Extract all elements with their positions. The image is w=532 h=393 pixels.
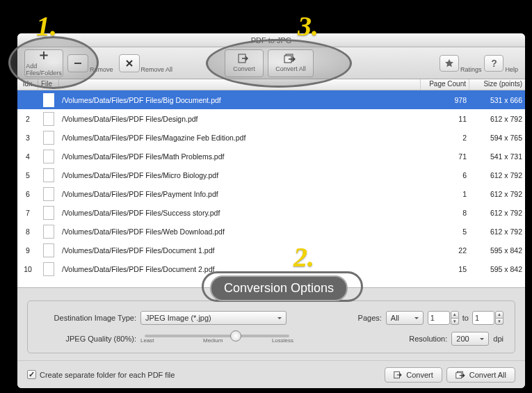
row-size: 595 x 842 [469, 246, 525, 255]
footer-convert-button[interactable]: Convert [385, 367, 442, 383]
options-panel: Destination Image Type: JPEG Image (*.jp… [17, 287, 525, 360]
row-size: 612 x 792 [469, 115, 525, 123]
convert-all-icon [284, 54, 298, 63]
remove-button[interactable] [67, 54, 88, 72]
help-button[interactable]: ? [484, 55, 503, 72]
table-row[interactable]: 10/Volumes/Data/Files/PDF Files/Document… [17, 259, 525, 278]
row-path: /Volumes/Data/Files/PDF Files/Design.pdf [59, 115, 421, 123]
row-path: /Volumes/Data/Files/PDF Files/Magazine F… [59, 134, 421, 142]
pages-to-input[interactable]: 1 [472, 311, 494, 325]
table-row[interactable]: 5/Volumes/Data/Files/PDF Files/Micro Bio… [17, 166, 525, 184]
row-path: /Volumes/Data/Files/PDF Files/Payment In… [59, 190, 421, 198]
convert-button[interactable]: Convert [225, 49, 264, 77]
add-files-button[interactable]: Add Files/Folders [24, 49, 63, 77]
row-index: 9 [17, 246, 38, 255]
row-index: 2 [17, 115, 38, 123]
resolution-unit: dpi [493, 335, 503, 343]
table-row[interactable]: /Volumes/Data/Files/PDF Files/Big Docume… [17, 90, 525, 109]
convert-label: Convert [233, 65, 255, 72]
row-thumbnail [38, 131, 59, 145]
titlebar: PDF to JPG [17, 33, 525, 47]
separate-folder-label: Create separate folder for each PDF file [40, 371, 175, 379]
row-size: 541 x 731 [469, 152, 525, 161]
row-pages: 15 [421, 265, 469, 273]
resolution-label: Resolution: [409, 335, 447, 343]
row-thumbnail [38, 206, 59, 220]
row-pages: 8 [421, 209, 469, 217]
row-size: 612 x 792 [469, 190, 525, 198]
row-size: 612 x 792 [469, 209, 525, 217]
table-row[interactable]: 6/Volumes/Data/Files/PDF Files/Payment I… [17, 184, 525, 203]
footer-convert-all-button[interactable]: Convert All [446, 367, 515, 383]
row-thumbnail [38, 112, 59, 126]
table-header: Idx File Page Count Size (points) [17, 79, 525, 90]
ratings-button[interactable] [440, 55, 459, 72]
pages-to-stepper[interactable]: ▲▼ [495, 311, 503, 325]
convert-icon [238, 54, 250, 63]
row-pages: 22 [421, 246, 469, 255]
row-pages: 11 [421, 115, 469, 123]
x-icon [125, 59, 134, 67]
convert-all-button[interactable]: Convert All [268, 49, 314, 77]
row-thumbnail [38, 243, 59, 257]
plus-icon [38, 50, 49, 61]
row-thumbnail [38, 150, 59, 163]
row-size: 595 x 842 [469, 265, 525, 273]
col-idx[interactable]: Idx [17, 79, 38, 90]
row-index: 8 [17, 227, 38, 236]
table-row[interactable]: 9/Volumes/Data/Files/PDF Files/Document … [17, 241, 525, 259]
add-files-label: Add Files/Folders [26, 63, 62, 77]
col-pages[interactable]: Page Count [421, 79, 469, 90]
slider-medium: Medium [203, 337, 223, 344]
row-path: /Volumes/Data/Files/PDF Files/Success st… [59, 209, 421, 217]
pages-from-input[interactable]: 1 [428, 311, 450, 325]
row-size: 612 x 792 [469, 171, 525, 179]
separate-folder-checkbox[interactable] [27, 370, 36, 379]
quality-label: JPEG Quality (80%): [39, 335, 136, 343]
pages-select[interactable]: All [386, 311, 424, 325]
row-thumbnail [38, 262, 59, 276]
row-pages: 5 [421, 227, 469, 236]
row-index: 3 [17, 134, 38, 142]
minus-icon [74, 59, 82, 67]
row-thumbnail [38, 93, 59, 107]
row-pages: 1 [421, 190, 469, 198]
table-row[interactable]: 2/Volumes/Data/Files/PDF Files/Design.pd… [17, 109, 525, 128]
row-pages: 6 [421, 171, 469, 179]
col-file[interactable]: File [38, 79, 59, 90]
col-path[interactable] [59, 79, 421, 90]
row-path: /Volumes/Data/Files/PDF Files/Micro Biol… [59, 171, 421, 179]
resolution-select[interactable]: 200 [451, 332, 489, 346]
row-thumbnail [38, 168, 59, 182]
footer: Create separate folder for each PDF file… [17, 360, 525, 388]
row-path: /Volumes/Data/Files/PDF Files/Document 2… [59, 265, 421, 273]
dest-type-select[interactable]: JPEG Image (*.jpg) [140, 311, 287, 325]
col-size[interactable]: Size (points) [469, 79, 525, 90]
row-size: 612 x 792 [469, 227, 525, 236]
remove-all-label: Remove All [141, 66, 173, 73]
table-row[interactable]: 4/Volumes/Data/Files/PDF Files/Math Prob… [17, 147, 525, 166]
file-list: /Volumes/Data/Files/PDF Files/Big Docume… [17, 90, 525, 287]
convert-icon [394, 371, 403, 379]
quality-slider[interactable] [145, 335, 289, 337]
table-row[interactable]: 8/Volumes/Data/Files/PDF Files/Web Downl… [17, 222, 525, 241]
remove-all-button[interactable] [119, 54, 140, 72]
toolbar: Add Files/Folders Remove Remove All Conv… [17, 47, 525, 79]
remove-label: Remove [90, 66, 113, 73]
row-index: 7 [17, 209, 38, 217]
app-window: PDF to JPG Add Files/Folders Remove Remo… [17, 33, 525, 388]
pages-label: Pages: [358, 314, 382, 322]
help-icon: ? [491, 58, 497, 69]
table-row[interactable]: 3/Volumes/Data/Files/PDF Files/Magazine … [17, 128, 525, 147]
svg-rect-0 [74, 63, 81, 64]
row-path: /Volumes/Data/Files/PDF Files/Web Downlo… [59, 227, 421, 236]
table-row[interactable]: 7/Volumes/Data/Files/PDF Files/Success s… [17, 203, 525, 222]
pages-from-stepper[interactable]: ▲▼ [451, 311, 459, 325]
slider-lossless: Lossless [272, 337, 293, 344]
row-pages: 71 [421, 152, 469, 161]
row-path: /Volumes/Data/Files/PDF Files/Big Docume… [59, 96, 421, 104]
row-index: 5 [17, 171, 38, 179]
row-thumbnail [38, 187, 59, 201]
row-size: 594 x 765 [469, 134, 525, 142]
row-pages: 2 [421, 134, 469, 142]
